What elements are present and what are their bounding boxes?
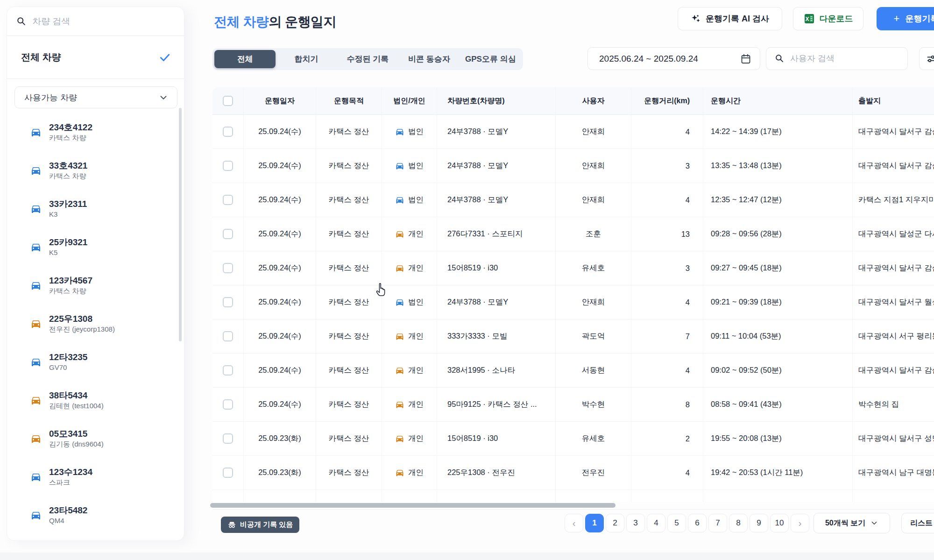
- page-number: 10: [775, 518, 784, 528]
- search-icon: [775, 54, 785, 64]
- cell-date: 25.09.24(수): [244, 183, 316, 217]
- row-checkbox[interactable]: [223, 127, 233, 137]
- page-button[interactable]: 3: [626, 514, 645, 532]
- page-button[interactable]: 1: [585, 514, 604, 532]
- table-row[interactable]: 25.09.24(수) 카택스 정산 개인 333가3333 · 모빌 곽도억 …: [212, 319, 934, 354]
- cell-owner: 법인: [408, 195, 424, 205]
- table-row[interactable]: 25.09.24(수) 카택스 정산 법인 24부3788 · 모델Y 안재희 …: [212, 149, 934, 183]
- cell-purpose: 카택스 정산: [316, 217, 382, 251]
- vehicle-list-item[interactable]: 05모3415 김기동 (dns9604): [7, 419, 184, 458]
- table-row[interactable]: 25.09.24(수) 카택스 정산 법인 24부3788 · 모델Y 안재희 …: [212, 285, 934, 319]
- vehicle-plate: 123카4567: [49, 275, 92, 286]
- cell-owner: 개인: [408, 433, 424, 444]
- table-row[interactable]: 25.09.24(수) 카택스 정산 개인 328서1995 · 소나타 서동현…: [212, 354, 934, 388]
- vehicle-list-item[interactable]: 123카4567 카택스 차량: [7, 266, 184, 305]
- cell-date: 25.09.24(수): [244, 388, 316, 421]
- ai-check-button[interactable]: 운행기록 AI 검사: [678, 7, 782, 30]
- table-horizontal-scrollbar[interactable]: [210, 503, 616, 508]
- add-record-button[interactable]: + 운행기록: [877, 7, 934, 30]
- page-buttons: 1 2 3 4 5 6: [585, 514, 789, 532]
- page-number: 9: [757, 518, 761, 528]
- row-checkbox[interactable]: [223, 331, 233, 341]
- table-row[interactable]: 25.09.24(수) 카택스 정산 법인 24부3788 · 모델Y 안재희 …: [212, 183, 934, 217]
- cell-date: 25.09.24(수): [244, 354, 316, 387]
- next-page-button[interactable]: ›: [791, 514, 809, 532]
- row-checkbox[interactable]: [223, 195, 233, 205]
- filter-tab[interactable]: 수정된 기록: [337, 50, 398, 68]
- filter-tab-label: 비콘 동승자: [408, 54, 450, 64]
- row-checkbox[interactable]: [223, 161, 233, 171]
- sidebar-scrollbar[interactable]: [179, 108, 182, 341]
- table-row[interactable]: 25.09.24(수) 카택스 정산 개인 15어8519 · i30 유세호 …: [212, 251, 934, 285]
- row-checkbox[interactable]: [223, 399, 233, 410]
- column-settings-button[interactable]: [919, 47, 934, 70]
- table-row[interactable]: 25.09.24(수) 카택스 정산 법인 24부3788 · 모델Y 안재희 …: [212, 115, 934, 149]
- vehicle-list-item[interactable]: 225우1308 전우진 (jeycorp1308): [7, 305, 184, 343]
- page-button[interactable]: 2: [606, 514, 624, 532]
- cell-user: 안재희: [556, 115, 631, 149]
- view-toggle-button[interactable]: 리스트: [901, 513, 934, 533]
- car-icon: [30, 471, 42, 482]
- available-vehicles-dropdown[interactable]: 사용가능 차량: [14, 86, 177, 108]
- cell-vehicle: 24부3788 · 모델Y: [437, 285, 556, 319]
- col-user: 사용자: [556, 87, 631, 114]
- vehicle-list-item[interactable]: 234호4122 카택스 차량: [7, 113, 184, 151]
- date-range-picker[interactable]: 2025.06.24 ~ 2025.09.24: [587, 47, 760, 70]
- row-checkbox[interactable]: [223, 468, 233, 478]
- filter-tab[interactable]: 합치기: [276, 50, 337, 68]
- row-checkbox[interactable]: [223, 297, 233, 307]
- vehicle-list-item[interactable]: 23타5482 QM4: [7, 496, 184, 534]
- filter-tab-label: 전체: [237, 54, 253, 64]
- table-row[interactable]: 25.09.24(수) 카택스 정산 개인 276다7331 · 스포티지 조훈…: [212, 217, 934, 251]
- page-number: 2: [613, 518, 617, 528]
- cell-origin: 대구광역시 서구 평리동: [853, 319, 934, 353]
- row-checkbox[interactable]: [223, 365, 233, 376]
- vehicle-list-item[interactable]: 03미1230: [7, 534, 184, 541]
- table-row[interactable]: 25.09.24(수) 카택스 정산 개인 95마9125 · 카택스 정산 .…: [212, 388, 934, 422]
- page-size-dropdown[interactable]: 50개씩 보기: [814, 513, 890, 533]
- car-icon: [395, 400, 404, 409]
- cell-time: 19:42 ~ 20:53 (1시간 11분): [703, 456, 853, 489]
- vehicle-plate: 33카2311: [49, 198, 87, 210]
- row-checkbox[interactable]: [223, 229, 233, 239]
- car-icon: [395, 298, 404, 307]
- page-button[interactable]: 8: [729, 514, 748, 532]
- page-size-label: 50개씩 보기: [825, 518, 865, 528]
- sidebar-item-all-vehicles[interactable]: 전체 차량: [7, 36, 184, 79]
- cell-purpose: 카택스 정산: [316, 422, 382, 455]
- row-checkbox[interactable]: [223, 433, 233, 444]
- page-button[interactable]: 7: [708, 514, 727, 532]
- cell-vehicle: 95마9125 · 카택스 정산 ...: [437, 388, 556, 421]
- select-all-checkbox[interactable]: [223, 96, 233, 106]
- page-button[interactable]: 9: [750, 514, 768, 532]
- cell-origin: 박수현의 집: [853, 388, 934, 421]
- vehicle-list-item[interactable]: 33카2311 K3: [7, 190, 184, 228]
- page-button[interactable]: 4: [647, 514, 665, 532]
- filter-tab[interactable]: 비콘 동승자: [398, 50, 460, 68]
- vehicle-list-item[interactable]: 38타5434 김테현 (test1004): [7, 381, 184, 419]
- row-checkbox[interactable]: [223, 263, 233, 273]
- vehicle-search-input[interactable]: [32, 16, 175, 27]
- table-row[interactable]: 25.09.23(화) 카택스 정산 개인 225우1308 · 전우진 전우진…: [212, 456, 934, 490]
- vehicle-list-item[interactable]: 12타3235 GV70: [7, 343, 184, 381]
- filter-tab[interactable]: 전체: [214, 50, 276, 68]
- cell-date: 25.09.24(수): [244, 149, 316, 183]
- user-search-input[interactable]: [790, 54, 899, 64]
- filter-tab[interactable]: GPS오류 의심: [460, 50, 521, 68]
- page-button[interactable]: 10: [770, 514, 789, 532]
- table-row[interactable]: 25.09.23(화) 카택스 정산 개인 15어8519 · i30 유세호 …: [212, 422, 934, 456]
- prev-page-button[interactable]: ‹: [565, 514, 583, 532]
- vehicle-list-item[interactable]: 123수1234 스파크: [7, 458, 184, 496]
- vehicle-list-item[interactable]: 33호4321 카택스 차량: [7, 151, 184, 190]
- page-button[interactable]: 6: [688, 514, 707, 532]
- cell-distance: 4: [631, 183, 703, 217]
- cell-user: 유세호: [556, 251, 631, 285]
- download-button[interactable]: 다운로드: [793, 7, 863, 30]
- vehicle-list-item[interactable]: 25카9321 K5: [7, 228, 184, 266]
- cell-origin: 대구광역시 달서구 감삼: [853, 115, 934, 149]
- vehicle-plate: 225우1308: [49, 313, 115, 325]
- cell-user: 안재희: [556, 183, 631, 217]
- page-number: 1: [592, 518, 596, 528]
- vehicle-plate: 33호4321: [49, 160, 87, 171]
- page-button[interactable]: 5: [667, 514, 686, 532]
